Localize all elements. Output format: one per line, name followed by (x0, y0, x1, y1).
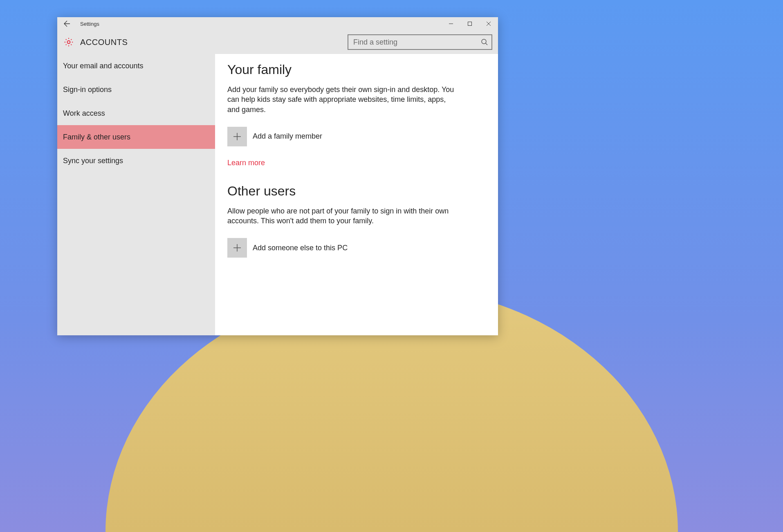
minimize-button[interactable] (442, 17, 460, 30)
add-family-member-button[interactable]: Add a family member (227, 127, 486, 146)
window-controls (442, 17, 498, 30)
sidebar-item-label: Sync your settings (63, 157, 123, 165)
other-users-title: Other users (227, 184, 486, 199)
titlebar: Settings (57, 17, 498, 30)
your-family-title: Your family (227, 62, 486, 77)
svg-line-6 (486, 43, 487, 45)
sidebar-item-label: Your email and accounts (63, 62, 143, 70)
sidebar-item-label: Family & other users (63, 133, 130, 141)
search-input[interactable] (348, 34, 492, 50)
plus-icon-box (227, 127, 247, 146)
sidebar: Your email and accounts Sign-in options … (57, 54, 215, 335)
sidebar-item-label: Sign-in options (63, 85, 112, 94)
other-users-description: Allow people who are not part of your fa… (227, 206, 456, 226)
app-title: Settings (80, 21, 99, 27)
maximize-button[interactable] (460, 17, 479, 30)
sidebar-item-sync-settings[interactable]: Sync your settings (57, 149, 215, 173)
page-heading: ACCOUNTS (80, 38, 128, 47)
add-family-member-label: Add a family member (253, 132, 322, 141)
settings-window: Settings ACCOUNTS (57, 17, 498, 335)
header-row: ACCOUNTS (57, 30, 498, 54)
gear-icon (63, 36, 74, 48)
sidebar-item-email-accounts[interactable]: Your email and accounts (57, 54, 215, 78)
add-other-user-button[interactable]: Add someone else to this PC (227, 238, 486, 258)
close-icon (487, 22, 491, 26)
content-pane: Your family Add your family so everybody… (215, 54, 498, 335)
minimize-icon (449, 22, 453, 26)
sidebar-item-label: Work access (63, 109, 105, 118)
plus-icon-box (227, 238, 247, 258)
your-family-description: Add your family so everybody gets their … (227, 85, 456, 114)
body-row: Your email and accounts Sign-in options … (57, 54, 498, 335)
search-container (348, 34, 492, 50)
maximize-icon (468, 22, 472, 26)
back-arrow-icon (64, 20, 70, 27)
close-button[interactable] (479, 17, 498, 30)
add-other-user-label: Add someone else to this PC (253, 244, 348, 252)
plus-icon (233, 244, 241, 252)
sidebar-item-signin-options[interactable]: Sign-in options (57, 78, 215, 101)
sidebar-item-work-access[interactable]: Work access (57, 101, 215, 125)
sidebar-item-family-other-users[interactable]: Family & other users (57, 125, 215, 149)
learn-more-link[interactable]: Learn more (227, 159, 265, 167)
search-icon (481, 38, 488, 46)
plus-icon (233, 132, 241, 141)
back-button[interactable] (57, 17, 77, 30)
svg-point-5 (482, 39, 486, 44)
svg-point-4 (67, 41, 70, 44)
svg-rect-1 (468, 22, 472, 26)
